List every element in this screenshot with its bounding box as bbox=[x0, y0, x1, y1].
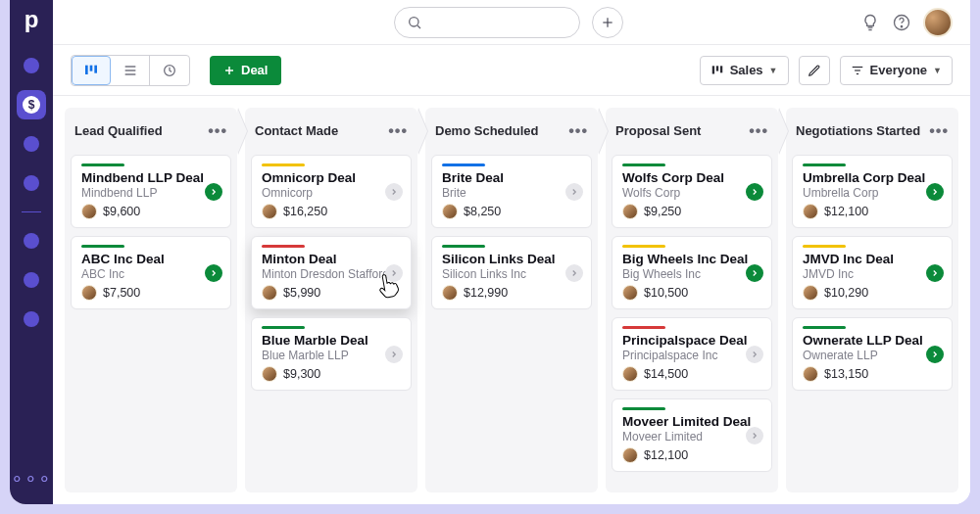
quick-add-button[interactable] bbox=[592, 7, 623, 38]
view-forecast-button[interactable] bbox=[150, 56, 189, 85]
deal-title: Brite Deal bbox=[442, 170, 581, 185]
nav-item-6[interactable] bbox=[17, 265, 46, 295]
column-menu-button[interactable]: ••• bbox=[388, 122, 408, 140]
column-menu-button[interactable]: ••• bbox=[208, 122, 227, 140]
status-bar bbox=[803, 245, 846, 248]
deal-meta-row: $7,500 bbox=[81, 285, 220, 301]
activity-badge[interactable] bbox=[205, 183, 222, 201]
activity-badge[interactable] bbox=[205, 264, 222, 282]
help-button[interactable] bbox=[892, 13, 911, 32]
deal-amount: $10,290 bbox=[824, 286, 868, 300]
nav-item-1[interactable] bbox=[17, 51, 46, 80]
column-header[interactable]: Lead Qualified••• bbox=[65, 108, 237, 155]
owner-avatar bbox=[81, 285, 97, 301]
edit-pipeline-button[interactable] bbox=[799, 56, 830, 85]
status-bar bbox=[803, 326, 846, 329]
deal-card[interactable]: Principalspace DealPrincipalspace Inc$14… bbox=[612, 317, 772, 391]
pipeline-column: Negotiations Started•••Umbrella Corp Dea… bbox=[786, 108, 958, 492]
deal-card[interactable]: Minton DealMinton Dresdon Stafford$5,990 bbox=[251, 236, 412, 309]
deal-card[interactable]: JMVD Inc DealJMVD Inc$10,290 bbox=[792, 236, 953, 309]
deal-org: Wolfs Corp bbox=[622, 186, 761, 200]
activity-badge[interactable] bbox=[746, 183, 763, 201]
pencil-icon bbox=[808, 64, 821, 77]
deal-card[interactable]: Moveer Limited DealMoveer Limited$12,100 bbox=[612, 398, 772, 472]
deal-title: JMVD Inc Deal bbox=[803, 252, 942, 266]
activity-badge[interactable] bbox=[385, 183, 403, 201]
deal-card[interactable]: Big Wheels Inc DealBig Wheels Inc$10,500 bbox=[612, 236, 772, 309]
deal-card[interactable]: Umbrella Corp DealUmbrella Corp$12,100 bbox=[792, 155, 953, 228]
filter-selector[interactable]: Everyone ▼ bbox=[840, 56, 953, 85]
column-header[interactable]: Proposal Sent••• bbox=[606, 108, 778, 155]
pipeline-column: Demo Scheduled•••Brite DealBrite$8,250Si… bbox=[425, 108, 598, 492]
owner-avatar bbox=[442, 204, 458, 219]
nav-item-7[interactable] bbox=[17, 304, 46, 334]
add-deal-button[interactable]: Deal bbox=[210, 56, 281, 85]
owner-avatar bbox=[442, 285, 458, 301]
activity-badge[interactable] bbox=[746, 346, 763, 363]
deal-title: Ownerate LLP Deal bbox=[803, 333, 942, 348]
kanban-icon bbox=[83, 63, 99, 78]
status-bar bbox=[262, 164, 305, 166]
deal-card[interactable]: Silicon Links DealSilicon Links Inc$12,9… bbox=[431, 236, 592, 309]
status-bar bbox=[262, 245, 305, 248]
column-header[interactable]: Contact Made••• bbox=[245, 108, 417, 155]
activity-badge[interactable] bbox=[746, 427, 763, 444]
nav-item-deals[interactable]: $ bbox=[17, 90, 46, 119]
activity-badge[interactable] bbox=[926, 264, 944, 282]
chevron-right-icon bbox=[209, 187, 219, 197]
tips-button[interactable] bbox=[860, 13, 880, 32]
pipeline-selector[interactable]: Sales ▼ bbox=[700, 56, 789, 85]
search-input[interactable] bbox=[394, 7, 580, 38]
nav-more-icon[interactable]: ∘∘∘ bbox=[11, 467, 52, 491]
column-header[interactable]: Demo Scheduled••• bbox=[425, 108, 598, 155]
status-bar bbox=[622, 407, 665, 410]
activity-badge[interactable] bbox=[565, 264, 583, 282]
column-header[interactable]: Negotiations Started••• bbox=[786, 108, 958, 155]
deal-meta-row: $12,100 bbox=[803, 204, 942, 219]
filter-icon bbox=[851, 64, 864, 77]
user-avatar[interactable] bbox=[923, 8, 953, 37]
app-logo[interactable]: p bbox=[24, 6, 39, 33]
column-menu-button[interactable]: ••• bbox=[929, 122, 949, 140]
activity-badge[interactable] bbox=[565, 183, 583, 201]
deal-card[interactable]: Brite DealBrite$8,250 bbox=[431, 155, 592, 228]
filter-label: Everyone bbox=[870, 63, 928, 77]
deal-card[interactable]: ABC Inc DealABC Inc$7,500 bbox=[71, 236, 231, 309]
owner-avatar bbox=[262, 204, 277, 219]
status-bar bbox=[622, 326, 665, 329]
deal-card[interactable]: Wolfs Corp DealWolfs Corp$9,250 bbox=[612, 155, 772, 228]
deal-amount: $14,500 bbox=[644, 367, 688, 381]
nav-rail: p $ ∘∘∘ bbox=[10, 0, 53, 504]
plus-icon bbox=[223, 65, 235, 76]
activity-badge[interactable] bbox=[926, 346, 944, 363]
chevron-right-icon bbox=[750, 187, 760, 197]
svg-rect-8 bbox=[94, 65, 97, 72]
status-bar bbox=[622, 245, 665, 248]
deal-card[interactable]: Omnicorp DealOmnicorp$16,250 bbox=[251, 155, 412, 228]
forecast-icon bbox=[162, 63, 177, 78]
column-menu-button[interactable]: ••• bbox=[749, 122, 768, 140]
activity-badge[interactable] bbox=[385, 346, 403, 363]
deal-amount: $12,100 bbox=[644, 448, 688, 462]
nav-item-5[interactable] bbox=[17, 226, 46, 256]
chevron-right-icon bbox=[389, 350, 399, 359]
owner-avatar bbox=[622, 447, 638, 463]
nav-item-4[interactable] bbox=[17, 168, 46, 198]
deal-org: Ownerate LLP bbox=[803, 349, 942, 362]
deal-card[interactable]: Mindbend LLP DealMindbend LLP$9,600 bbox=[71, 155, 231, 228]
chevron-down-icon: ▼ bbox=[769, 66, 778, 75]
nav-item-3[interactable] bbox=[17, 129, 46, 159]
view-list-button[interactable] bbox=[111, 56, 150, 85]
deal-card[interactable]: Blue Marble DealBlue Marble LLP$9,300 bbox=[251, 317, 412, 391]
view-kanban-button[interactable] bbox=[72, 56, 111, 85]
deal-amount: $16,250 bbox=[283, 205, 327, 218]
activity-badge[interactable] bbox=[385, 264, 403, 282]
column-menu-button[interactable]: ••• bbox=[568, 122, 588, 140]
deal-card[interactable]: Ownerate LLP DealOwnerate LLP$13,150 bbox=[792, 317, 953, 391]
chevron-right-icon bbox=[930, 268, 940, 278]
column-card-list: Omnicorp DealOmnicorp$16,250Minton DealM… bbox=[245, 155, 417, 400]
column-title: Demo Scheduled bbox=[435, 124, 538, 139]
activity-badge[interactable] bbox=[926, 183, 944, 201]
chevron-right-icon bbox=[930, 187, 940, 197]
activity-badge[interactable] bbox=[746, 264, 763, 282]
